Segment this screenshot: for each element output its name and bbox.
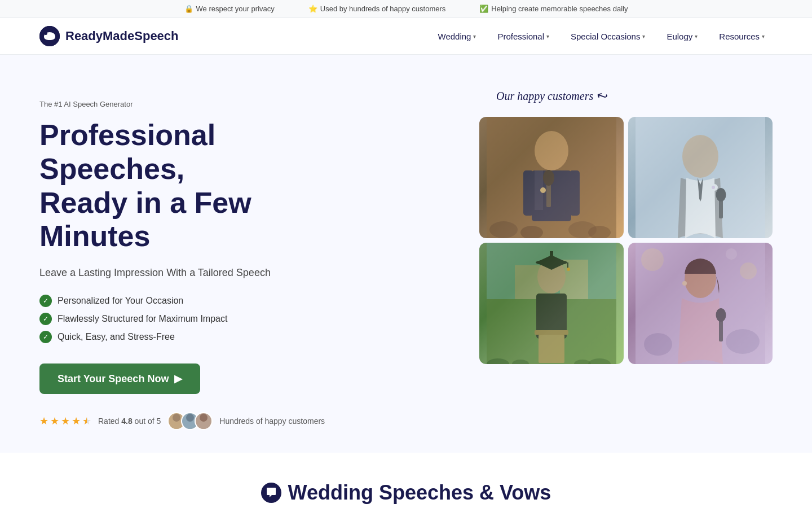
chevron-down-icon: ▾ [546,33,549,40]
svg-point-52 [644,333,672,356]
image-grid [479,117,773,364]
svg-point-51 [716,308,726,322]
svg-point-17 [543,170,554,186]
nav-professional[interactable]: Professional ▾ [489,27,557,46]
svg-point-5 [186,414,194,422]
top-bar-privacy: 🔒 We respect your privacy [184,5,275,13]
star-1: ★ [39,415,48,427]
check-icon-1: ✓ [39,295,52,307]
check-icon-3: ✓ [39,331,52,343]
chevron-down-icon: ▾ [695,33,698,40]
customers-text: Hundreds of happy customers [219,417,325,426]
rating-text: Rated 4.8 out of 5 [98,417,161,426]
rating-row: ★ ★ ★ ★ ★ ★ Rated 4.8 out of 5 [39,412,333,430]
header: ReadyMadeSpeech Wedding ▾ Professional ▾… [0,18,812,55]
svg-point-0 [39,26,60,46]
top-bar: 🔒 We respect your privacy ⭐ Used by hund… [0,0,812,18]
nav-resources[interactable]: Resources ▾ [711,27,773,46]
happy-customers-label: Our happy customers ↩ [496,89,606,103]
svg-point-1 [46,33,49,36]
hero-left: The #1 AI Speech Generator Professional … [39,89,333,430]
hero-tag: The #1 AI Speech Generator [39,100,333,108]
logo-text: ReadyMadeSpeech [65,29,179,43]
wedding-section-title: Wedding Speeches & Vows [288,481,551,505]
hero-section: The #1 AI Speech Generator Professional … [0,55,812,453]
svg-rect-14 [523,170,533,216]
star-rating: ★ ★ ★ ★ ★ ★ [39,415,91,427]
svg-point-10 [535,131,568,170]
hero-image-man-vest [628,117,773,238]
hero-features: ✓ Personalized for Your Occasion ✓ Flawl… [39,295,333,343]
feature-quick: ✓ Quick, Easy, and Stress-Free [39,331,333,343]
speech-bubble-icon [261,483,281,503]
logo-icon [39,26,60,46]
cta-button[interactable]: Start Your Speech Now ▶ [39,364,200,394]
svg-point-13 [540,187,546,193]
hero-image-graduation [479,243,624,364]
nav-wedding[interactable]: Wedding ▾ [430,27,484,46]
svg-point-18 [489,221,518,238]
logo[interactable]: ReadyMadeSpeech [39,26,179,46]
svg-point-27 [716,188,726,202]
wedding-section-header: Wedding Speeches & Vows [0,453,812,508]
hero-image-man-speaking [479,117,624,238]
svg-rect-38 [535,330,568,335]
svg-rect-39 [539,335,564,363]
svg-point-25 [712,186,715,189]
star-half: ★ ★ [82,415,91,427]
top-bar-memorable: ✅ Helping create memorable speeches dail… [479,5,628,13]
svg-point-7 [200,414,208,422]
avatar-group [167,412,213,430]
nav-eulogy[interactable]: Eulogy ▾ [659,27,705,46]
chevron-down-icon: ▾ [642,33,645,40]
star-3: ★ [61,415,70,427]
svg-point-49 [682,281,687,286]
svg-point-8 [197,423,210,430]
svg-point-45 [641,248,664,271]
avatar-3 [195,412,213,430]
star-2: ★ [50,415,59,427]
svg-point-46 [740,262,757,279]
top-bar-customers: ⭐ Used by hundreds of happy customers [308,5,446,13]
lock-icon: 🔒 [184,5,193,13]
feature-personalized: ✓ Personalized for Your Occasion [39,295,333,307]
check-icon-2: ✓ [39,313,52,325]
feature-structured: ✓ Flawlessly Structured for Maximum Impa… [39,313,333,325]
chevron-down-icon: ▾ [762,33,765,40]
hero-subtitle: Leave a Lasting Impression With a Tailor… [39,267,333,279]
hero-title: Professional Speeches, Ready in a Few Mi… [39,119,333,253]
play-icon: ▶ [174,373,182,385]
svg-point-3 [173,414,180,422]
star-icon: ⭐ [308,5,317,13]
hero-image-woman-speaking [628,243,773,364]
svg-point-2 [50,33,54,36]
check-circle-icon: ✅ [479,5,488,13]
nav-special-occasions[interactable]: Special Occasions ▾ [563,27,653,46]
svg-rect-15 [570,170,580,216]
svg-point-23 [682,135,718,178]
svg-point-47 [726,248,737,260]
chevron-down-icon: ▾ [473,33,476,40]
main-nav: Wedding ▾ Professional ▾ Special Occasio… [430,27,773,46]
hero-right: Our happy customers ↩ [479,89,773,364]
arrow-icon: ↩ [594,87,608,105]
star-4: ★ [72,415,81,427]
svg-point-36 [567,268,570,271]
svg-point-53 [726,329,760,354]
